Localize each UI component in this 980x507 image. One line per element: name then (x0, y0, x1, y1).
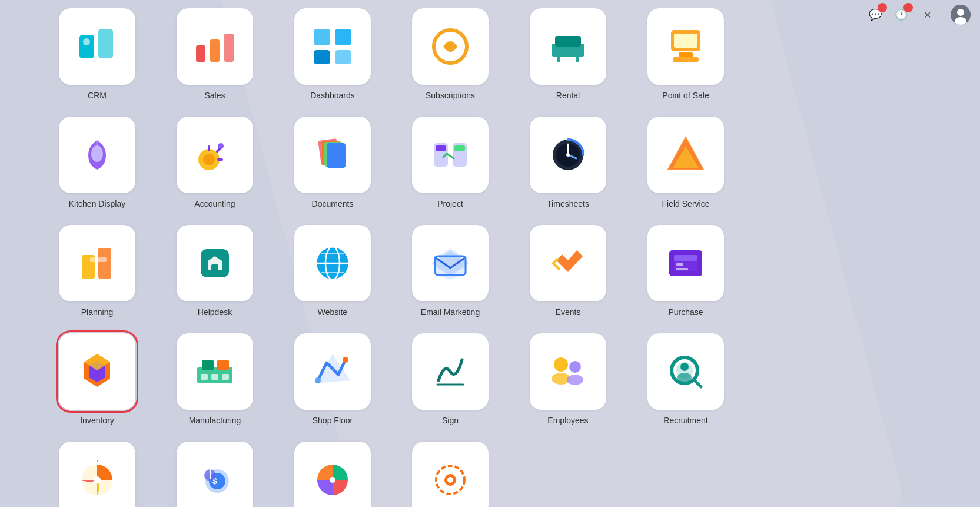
app-label-documents: Documents (312, 199, 354, 208)
app-item-rental[interactable]: Rental (518, 6, 618, 102)
svg-point-84 (677, 373, 692, 382)
app-icon-kitchen-display (59, 117, 135, 193)
app-item-settings[interactable]: Settings (400, 439, 500, 507)
app-item-recruitment[interactable]: Recruitment (636, 331, 736, 428)
svg-point-1 (957, 9, 964, 16)
app-item-crm[interactable]: CRM (47, 6, 147, 102)
app-item-accounting[interactable]: Accounting (165, 114, 265, 211)
svg-rect-46 (98, 248, 111, 279)
clock-button[interactable]: 🕐 (892, 5, 911, 24)
app-item-kitchen-display[interactable]: Kitchen Display (47, 114, 147, 211)
app-item-shop-floor[interactable]: Shop Floor (283, 331, 383, 428)
app-item-subscriptions[interactable]: Subscriptions (400, 6, 500, 102)
svg-rect-73 (222, 374, 229, 380)
svg-point-5 (83, 38, 90, 45)
app-item-helpdesk[interactable]: Helpdesk (165, 223, 265, 319)
app-item-sales[interactable]: Sales (165, 6, 265, 102)
app-label-sales: Sales (204, 91, 225, 100)
svg-rect-8 (224, 34, 234, 62)
app-item-apps[interactable]: Apps (283, 439, 383, 507)
app-label-website: Website (318, 307, 347, 317)
app-icon-timesheets (530, 117, 606, 193)
app-item-purchase[interactable]: Purchase (636, 223, 736, 319)
svg-rect-72 (211, 374, 218, 380)
svg-rect-11 (314, 50, 330, 64)
app-item-events[interactable]: Events (518, 223, 618, 319)
app-icon-point-of-sale (647, 8, 724, 85)
svg-point-97 (447, 477, 453, 483)
app-label-project: Project (437, 199, 463, 208)
app-item-employees[interactable]: Employees (518, 331, 618, 428)
app-label-email-marketing: Email Marketing (421, 307, 480, 317)
svg-point-93 (330, 477, 335, 483)
svg-rect-10 (335, 29, 351, 45)
app-item-project[interactable]: Project (400, 114, 500, 211)
clock-badge (903, 3, 913, 12)
app-icon-shop-floor (294, 333, 371, 410)
app-label-events: Events (556, 307, 581, 317)
app-label-subscriptions: Subscriptions (426, 91, 475, 100)
app-grid-container: CRM Sales Dashboards Subscriptions Renta… (0, 0, 980, 507)
svg-rect-20 (679, 52, 693, 57)
app-item-dashboards[interactable]: Dashboards (283, 6, 383, 102)
app-icon-rental (530, 8, 606, 85)
app-item-manufacturing[interactable]: Manufacturing (165, 331, 265, 428)
app-icon-field-service (647, 117, 724, 193)
messages-badge (878, 3, 887, 12)
app-label-planning: Planning (81, 307, 114, 317)
svg-rect-7 (210, 39, 220, 62)
svg-rect-71 (201, 374, 208, 380)
app-icon-planning (59, 225, 135, 301)
svg-rect-62 (674, 255, 697, 261)
app-item-inventory[interactable]: Inventory (47, 331, 147, 428)
app-label-helpdesk: Helpdesk (198, 307, 232, 317)
app-icon-documents (294, 117, 371, 193)
app-icon-purchase (647, 225, 724, 301)
app-icon-sign (412, 333, 489, 410)
app-icon-settings (412, 442, 489, 507)
avatar[interactable] (951, 5, 971, 25)
app-label-field-service: Field Service (662, 199, 710, 208)
app-item-sign[interactable]: Sign (400, 331, 500, 428)
app-icon-recruitment (647, 333, 724, 410)
app-icon-apps (294, 442, 371, 507)
app-icon-expenses: $ (177, 442, 253, 507)
app-label-employees: Employees (547, 416, 588, 425)
close-icon[interactable]: ✕ (918, 5, 936, 24)
app-icon-helpdesk (177, 225, 253, 301)
app-icon-project (412, 117, 489, 193)
svg-rect-12 (335, 50, 351, 64)
app-icon-sales (177, 8, 253, 85)
svg-rect-3 (79, 35, 94, 58)
svg-point-83 (680, 363, 689, 371)
app-icon-manufacturing (177, 333, 253, 410)
svg-point-77 (554, 357, 568, 372)
app-item-documents[interactable]: Documents (283, 114, 383, 211)
app-item-time-off[interactable]: Time Off (47, 439, 147, 507)
svg-rect-9 (314, 29, 330, 45)
app-item-timesheets[interactable]: Timesheets (518, 114, 618, 211)
app-item-point-of-sale[interactable]: Point of Sale (636, 6, 736, 102)
app-icon-dashboards (294, 8, 371, 85)
app-label-timesheets: Timesheets (547, 199, 589, 208)
app-item-email-marketing[interactable]: Email Marketing (400, 223, 500, 319)
messages-button[interactable]: 💬 (866, 5, 885, 24)
app-label-point-of-sale: Point of Sale (662, 91, 709, 100)
svg-point-80 (567, 375, 583, 385)
svg-rect-21 (673, 57, 699, 62)
svg-rect-49 (211, 264, 218, 273)
svg-rect-63 (676, 263, 683, 266)
svg-rect-64 (676, 268, 688, 270)
app-icon-inventory (59, 333, 135, 410)
app-label-sign: Sign (442, 416, 459, 425)
app-item-website[interactable]: Website (283, 223, 383, 319)
app-label-accounting: Accounting (194, 199, 235, 208)
app-item-field-service[interactable]: Field Service (636, 114, 736, 211)
svg-rect-6 (196, 45, 205, 62)
svg-rect-32 (327, 143, 346, 168)
app-item-planning[interactable]: Planning (47, 223, 147, 319)
app-item-expenses[interactable]: $ Expenses (165, 439, 265, 507)
svg-rect-35 (436, 145, 446, 151)
svg-point-28 (218, 143, 224, 149)
svg-point-22 (91, 145, 103, 162)
